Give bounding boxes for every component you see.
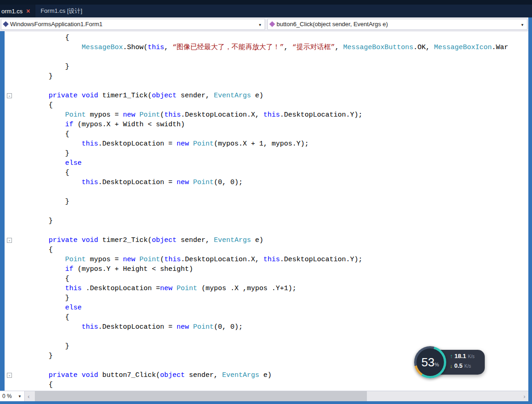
code-text: if (mypos.Y + Height < sheight) <box>16 264 528 274</box>
code-line[interactable]: - private void timer1_Tick(object sender… <box>5 91 528 101</box>
code-line[interactable]: { <box>5 245 528 255</box>
fold-marker-icon[interactable]: - <box>7 373 12 378</box>
upload-speed-row: ↑ 18.1 K/s <box>450 353 475 359</box>
code-text: } <box>16 197 528 207</box>
chevron-down-icon[interactable]: ▼ <box>18 394 22 398</box>
code-text <box>16 187 528 197</box>
editor-bottom-bar: 0 % ▼ ‹ › <box>0 391 528 401</box>
gutter-cell <box>5 216 16 226</box>
fold-marker-icon[interactable]: - <box>7 238 12 243</box>
code-text: MessageBox.Show(this, “图像已经最大了，不能再放大了！”,… <box>16 43 528 52</box>
member-dropdown[interactable]: button6_Click(object sender, EventArgs e… <box>267 19 527 30</box>
tab-form1cs[interactable]: orm1.cs × <box>0 5 35 17</box>
gutter-cell <box>5 43 16 52</box>
code-line[interactable]: MessageBox.Show(this, “图像已经最大了，不能再放大了！”,… <box>5 43 528 52</box>
tab-form1cs-design[interactable]: Form1.cs [设计] <box>35 5 87 17</box>
scroll-right-arrow[interactable]: › <box>521 391 528 401</box>
gutter-cell <box>5 293 16 303</box>
code-text: { <box>16 168 528 178</box>
gutter-cell <box>5 303 16 313</box>
code-line[interactable] <box>5 332 528 342</box>
code-text: { <box>16 274 528 284</box>
code-line[interactable]: Point mypos = new Point(this.DesktopLoca… <box>5 110 528 120</box>
code-line[interactable]: { <box>5 129 528 139</box>
code-text: { <box>16 101 528 110</box>
code-line[interactable]: this.DesktopLocation = new Point(mypos.X… <box>5 139 528 149</box>
code-line[interactable] <box>5 52 528 62</box>
code-line[interactable] <box>5 226 528 236</box>
usage-gauge[interactable]: 53 % <box>414 346 446 378</box>
code-text: this.DesktopLocation = new Point(mypos.X… <box>16 139 528 149</box>
code-text: this.DesktopLocation = new Point(0, 0); <box>16 322 528 332</box>
code-text: Point mypos = new Point(this.DesktopLoca… <box>16 110 528 120</box>
code-line[interactable]: - private void timer2_Tick(object sender… <box>5 236 528 245</box>
code-text: { <box>16 129 528 139</box>
code-line[interactable] <box>5 81 528 91</box>
horizontal-scrollbar[interactable] <box>33 391 521 401</box>
gutter-cell: - <box>5 91 16 101</box>
gutter-cell <box>5 110 16 120</box>
gutter-cell <box>5 361 16 370</box>
gutter-cell <box>5 120 16 129</box>
gutter-cell <box>5 81 16 91</box>
code-line[interactable]: } <box>5 293 528 303</box>
chevron-down-icon[interactable]: ▼ <box>521 23 524 27</box>
download-speed-value: 0.5 <box>454 363 463 369</box>
code-text <box>16 52 528 62</box>
code-line[interactable]: else <box>5 303 528 313</box>
chevron-down-icon[interactable]: ▼ <box>258 23 262 27</box>
code-text <box>16 226 528 236</box>
gutter-cell <box>5 72 16 81</box>
gutter-cell <box>5 52 16 62</box>
gutter-cell <box>5 351 16 361</box>
download-speed-unit: K/s <box>465 363 471 369</box>
code-text: if (mypos.X + Width < swidth) <box>16 120 528 129</box>
code-line[interactable]: } <box>5 62 528 72</box>
code-line[interactable]: else <box>5 158 528 168</box>
fold-marker-icon[interactable]: - <box>7 93 12 98</box>
member-dropdown-value: button6_Click(object sender, EventArgs e… <box>277 21 388 28</box>
type-dropdown[interactable]: WindowsFormsApplication1.Form1 ▼ <box>1 19 265 30</box>
code-line[interactable] <box>5 207 528 216</box>
tab-close-icon[interactable]: × <box>26 8 30 14</box>
code-text: private void timer2_Tick(object sender, … <box>16 236 528 245</box>
zoom-control[interactable]: 0 % ▼ <box>0 391 25 401</box>
gutter-cell <box>5 197 16 207</box>
gutter-cell <box>5 158 16 168</box>
code-line[interactable]: { <box>5 274 528 284</box>
code-editor[interactable]: { MessageBox.Show(this, “图像已经最大了，不能再放大了！… <box>5 32 528 391</box>
gutter-cell <box>5 168 16 178</box>
code-lines: { MessageBox.Show(this, “图像已经最大了，不能再放大了！… <box>5 32 528 390</box>
code-line[interactable]: if (mypos.Y + Height < sheight) <box>5 264 528 274</box>
code-line[interactable]: } <box>5 216 528 226</box>
vs-window: orm1.cs × Form1.cs [设计] WindowsFormsAppl… <box>0 0 532 404</box>
code-line[interactable] <box>5 187 528 197</box>
code-line[interactable]: Point mypos = new Point(this.DesktopLoca… <box>5 255 528 264</box>
code-text <box>16 81 528 91</box>
code-text: this .DesktopLocation =new Point (mypos … <box>16 284 528 293</box>
code-line[interactable]: this.DesktopLocation = new Point(0, 0); <box>5 178 528 187</box>
gutter-cell <box>5 245 16 255</box>
code-text: { <box>16 33 528 43</box>
window-border-bottom <box>0 401 532 404</box>
code-line[interactable]: { <box>5 380 528 390</box>
code-text: { <box>16 245 528 255</box>
navigation-bar: WindowsFormsApplication1.Form1 ▼ button6… <box>0 17 528 31</box>
code-line[interactable]: { <box>5 33 528 43</box>
network-speed-rows: ↑ 18.1 K/s ↓ 0.5 K/s <box>450 353 475 369</box>
code-line[interactable]: } <box>5 149 528 158</box>
code-line[interactable]: if (mypos.X + Width < swidth) <box>5 120 528 129</box>
upload-arrow-icon: ↑ <box>450 354 453 359</box>
scroll-left-arrow[interactable]: ‹ <box>25 391 33 401</box>
code-line[interactable]: this .DesktopLocation =new Point (mypos … <box>5 284 528 293</box>
code-line[interactable]: } <box>5 72 528 81</box>
code-line[interactable]: { <box>5 101 528 110</box>
network-monitor-widget[interactable]: 53 % ↑ 18.1 K/s ↓ 0.5 K/s <box>414 345 485 379</box>
code-line[interactable]: { <box>5 313 528 322</box>
code-line[interactable]: { <box>5 168 528 178</box>
code-line[interactable]: this.DesktopLocation = new Point(0, 0); <box>5 322 528 332</box>
code-text: } <box>16 62 528 72</box>
scrollbar-thumb[interactable] <box>35 391 367 401</box>
code-line[interactable]: } <box>5 197 528 207</box>
gutter-cell <box>5 255 16 264</box>
